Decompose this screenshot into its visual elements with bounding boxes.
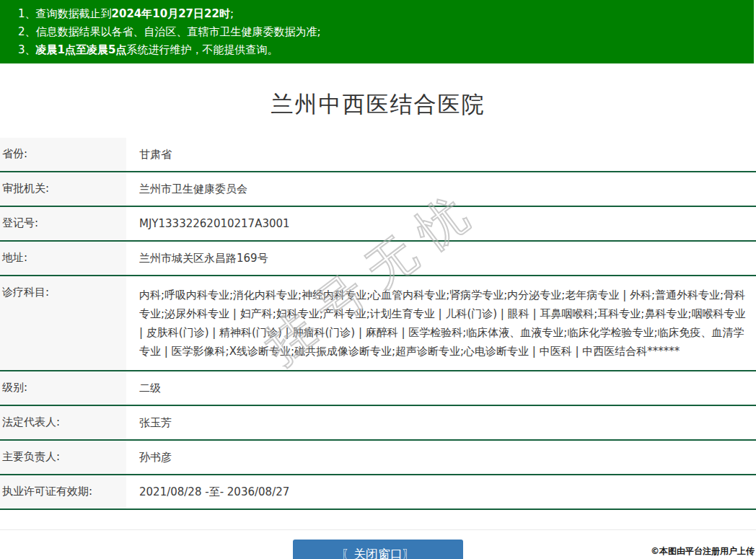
- row-legal-representative: 法定代表人: 张玉芳: [0, 406, 756, 441]
- button-area: 〖关闭窗口〗: [0, 540, 756, 559]
- close-window-button[interactable]: 〖关闭窗口〗: [293, 540, 463, 559]
- row-license-validity: 执业许可证有效期: 2021/08/28 -至- 2036/08/27: [0, 475, 756, 510]
- row-level: 级别: 二级: [0, 371, 756, 406]
- row-label: 执业许可证有效期:: [0, 475, 126, 509]
- notice-line-1: 1、查询数据截止到2024年10月27日22时;: [18, 5, 754, 23]
- row-province: 省份: 甘肃省: [0, 138, 756, 172]
- notice-bold: 2024年10月27日22时: [112, 7, 230, 20]
- notice-line-3: 3、凌晨1点至凌晨5点系统进行维护，不能提供查询。: [18, 41, 754, 59]
- row-label: 法定代表人:: [0, 406, 126, 439]
- notice-text: 1、查询数据截止到: [18, 7, 112, 20]
- row-value: 兰州市城关区永昌路169号: [126, 242, 756, 275]
- notice-bold: 凌晨1点至凌晨5点: [36, 43, 127, 56]
- hospital-title: 兰州中西医结合医院: [0, 89, 756, 120]
- row-value: 内科;呼吸内科专业;消化内科专业;神经内科专业;心血管内科专业;肾病学专业;内分…: [126, 276, 756, 370]
- notice-text: ;: [230, 7, 234, 20]
- row-approval-authority: 审批机关: 兰州市卫生健康委员会: [0, 172, 756, 207]
- notice-text: 系统进行维护，不能提供查询。: [126, 43, 278, 56]
- row-value: 2021/08/28 -至- 2036/08/27: [126, 475, 756, 509]
- notice-line-2: 2、信息数据结果以各省、自治区、直辖市卫生健康委数据为准;: [18, 23, 754, 41]
- row-label: 登记号:: [0, 207, 126, 240]
- row-label: 省份:: [0, 138, 126, 171]
- row-departments: 诊疗科目: 内科;呼吸内科专业;消化内科专业;神经内科专业;心血管内科专业;肾病…: [0, 276, 756, 371]
- row-label: 地址:: [0, 242, 126, 275]
- row-principal: 主要负责人: 孙书彦: [0, 441, 756, 475]
- row-value: 兰州市卫生健康委员会: [126, 172, 756, 206]
- row-value: 二级: [126, 371, 756, 405]
- row-value: MJY13332262010217A3001: [126, 207, 756, 240]
- row-label: 诊疗科目:: [0, 276, 126, 370]
- row-value: 孙书彦: [126, 441, 756, 474]
- notice-text: 3、: [18, 43, 36, 56]
- row-label: 审批机关:: [0, 172, 126, 206]
- row-value: 甘肃省: [126, 138, 756, 171]
- copyright-notice: ©本图由平台注册用户上传: [651, 545, 755, 558]
- row-address: 地址: 兰州市城关区永昌路169号: [0, 242, 756, 276]
- notice-text: 2、信息数据结果以各省、自治区、直辖市卫生健康委数据为准;: [18, 25, 321, 38]
- row-value: 张玉芳: [126, 406, 756, 439]
- bottom-divider: [0, 529, 756, 530]
- notice-banner: 1、查询数据截止到2024年10月27日22时; 2、信息数据结果以各省、自治区…: [0, 0, 754, 63]
- hospital-info-table: 省份: 甘肃省 审批机关: 兰州市卫生健康委员会 登记号: MJY1333226…: [0, 138, 756, 510]
- row-label: 级别:: [0, 371, 126, 405]
- query-result-page: 1、查询数据截止到2024年10月27日22时; 2、信息数据结果以各省、自治区…: [0, 0, 756, 559]
- row-label: 主要负责人:: [0, 441, 126, 474]
- row-registration-number: 登记号: MJY13332262010217A3001: [0, 207, 756, 242]
